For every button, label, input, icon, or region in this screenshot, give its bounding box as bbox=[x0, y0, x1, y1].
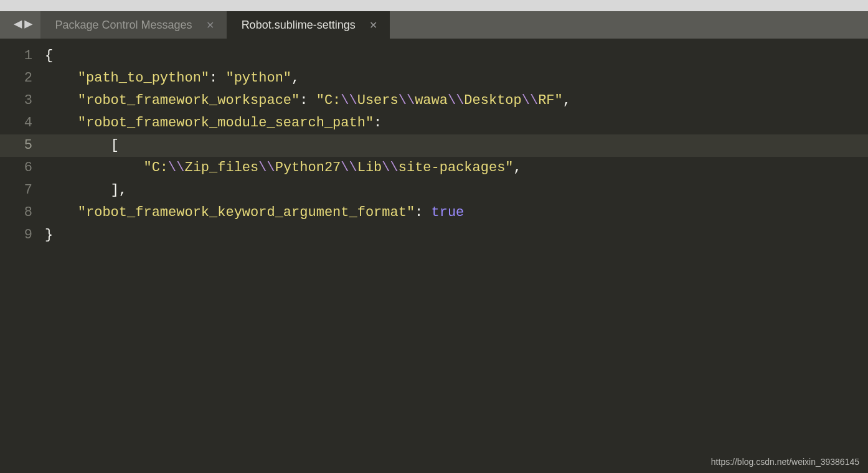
code-line: ], bbox=[45, 179, 868, 202]
line-number: 8 bbox=[0, 202, 45, 224]
window-titlebar bbox=[0, 0, 868, 11]
code-line: "robot_framework_workspace": "C:\\Users\… bbox=[45, 90, 868, 112]
watermark: https://blog.csdn.net/weixin_39386145 bbox=[711, 457, 859, 467]
code-line: } bbox=[45, 224, 868, 246]
tab-package-control-messages[interactable]: Package Control Messages ✕ bbox=[40, 11, 227, 39]
line-number: 6 bbox=[0, 157, 45, 179]
line-number: 2 bbox=[0, 67, 45, 90]
code-line: "C:\\Zip_files\\Python27\\Lib\\site-pack… bbox=[45, 157, 868, 179]
close-icon[interactable]: ✕ bbox=[369, 19, 377, 31]
code-line: "robot_framework_keyword_argument_format… bbox=[45, 202, 868, 224]
editor: 1 2 3 4 5 6 7 8 9 { "path_to_python": "p… bbox=[0, 39, 868, 473]
line-number: 4 bbox=[0, 112, 45, 134]
line-number: 5 bbox=[0, 134, 45, 157]
code-line: { bbox=[45, 45, 868, 67]
code-area[interactable]: { "path_to_python": "python", "robot_fra… bbox=[45, 39, 868, 473]
gutter: 1 2 3 4 5 6 7 8 9 bbox=[0, 39, 45, 473]
line-number: 3 bbox=[0, 90, 45, 112]
tab-nav-back-icon[interactable]: ◀ bbox=[14, 18, 22, 32]
line-number: 9 bbox=[0, 224, 45, 246]
close-icon[interactable]: ✕ bbox=[206, 19, 214, 31]
tab-nav-forward-icon[interactable]: ▶ bbox=[24, 18, 32, 32]
tab-bar: ◀ ▶ Package Control Messages ✕ Robot.sub… bbox=[0, 11, 868, 39]
tab-label: Package Control Messages bbox=[55, 19, 192, 32]
line-number: 1 bbox=[0, 45, 45, 67]
code-line: "robot_framework_module_search_path": bbox=[45, 112, 868, 134]
tab-nav-arrows: ◀ ▶ bbox=[11, 11, 40, 39]
tab-robot-sublime-settings[interactable]: Robot.sublime-settings ✕ bbox=[227, 11, 390, 39]
tab-label: Robot.sublime-settings bbox=[242, 19, 356, 32]
code-line: "path_to_python": "python", bbox=[45, 67, 868, 90]
code-line: [ bbox=[45, 134, 868, 157]
line-number: 7 bbox=[0, 179, 45, 202]
